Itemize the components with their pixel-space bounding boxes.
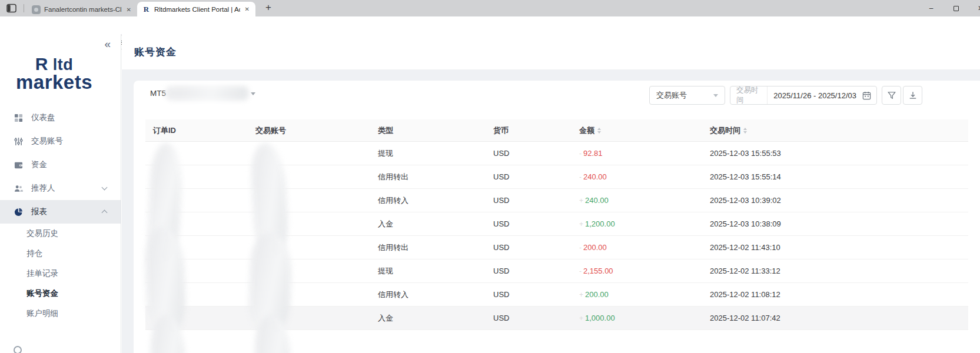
amount-cell: 200.00 <box>585 290 609 299</box>
download-button[interactable] <box>903 86 922 105</box>
currency-cell: USD <box>486 172 572 181</box>
type-cell: 信用转入 <box>370 195 486 206</box>
maximize-button[interactable] <box>944 0 968 16</box>
currency-cell: USD <box>486 267 572 275</box>
funnel-icon <box>888 91 896 99</box>
wallet-icon <box>14 161 23 169</box>
sidebar-item-trading-accounts[interactable]: 交易账号 <box>0 129 121 153</box>
submenu-item-trading-history[interactable]: 交易历史 <box>0 224 121 244</box>
amount-sign: - <box>579 244 582 252</box>
browser-tab-strip: Fanalertcontin markets-Client 登录 ✕ R Rlt… <box>0 0 980 16</box>
chevron-up-icon <box>102 210 108 216</box>
col-order-id: 订单ID <box>145 125 248 136</box>
type-cell: 入金 <box>370 219 486 229</box>
submenu-item-account-capital[interactable]: 账号资金 <box>0 284 121 304</box>
time-cell: 2025-12-02 11:08:12 <box>702 290 968 299</box>
redacted-account-name <box>165 86 249 101</box>
col-time-label: 交易时间 <box>710 125 740 136</box>
collapse-sidebar-icon[interactable]: « <box>104 38 111 51</box>
amount-sign: - <box>579 267 582 275</box>
amount-cell: 240.00 <box>585 196 609 205</box>
submenu-item-positions[interactable]: 持仓 <box>0 244 121 264</box>
type-cell: 提现 <box>370 266 486 277</box>
new-tab-button[interactable]: + <box>262 2 275 14</box>
type-cell: 信用转出 <box>370 242 486 253</box>
browser-tab-inactive[interactable]: Fanalertcontin markets-Client 登录 ✕ <box>27 2 137 16</box>
select-caret-icon <box>713 94 718 99</box>
type-cell: 信用转出 <box>370 172 486 182</box>
date-range-value[interactable]: 2025/11/26 - 2025/12/03 <box>768 91 862 100</box>
browser-tab-active[interactable]: R Rltdmarkets Client Portal | Account ✕ <box>137 2 255 16</box>
table-header-row: 订单ID 交易账号 类型 货币 金额 交易时间 <box>145 119 968 142</box>
page-title: 账号资金 <box>134 45 177 59</box>
amount-sign: + <box>579 220 583 228</box>
reports-submenu: 交易历史 持仓 挂单记录 账号资金 账户明细 <box>0 224 121 324</box>
date-range-picker[interactable]: 交易时间 2025/11/26 - 2025/12/03 <box>730 86 877 105</box>
report-card: MT5 交易账号 交易时间 2025/11/26 - 2025/12/03 订单… <box>134 81 980 353</box>
col-amount-sortable[interactable]: 金额 <box>572 125 702 136</box>
sidebar-item-funds[interactable]: 资金 <box>0 153 121 176</box>
sliders-icon <box>14 137 23 146</box>
submenu-label: 挂单记录 <box>26 268 58 279</box>
account-selector-caret-icon[interactable] <box>251 92 255 98</box>
submenu-item-account-details[interactable]: 账户明细 <box>0 304 121 324</box>
amount-sign: - <box>579 173 582 181</box>
address-bar: https://my.rltdmarkets.com/reports/accou… <box>0 16 980 35</box>
brand-logo: R ltd markets <box>0 54 108 94</box>
currency-cell: USD <box>486 219 572 228</box>
tab-separator <box>24 4 24 12</box>
col-amount-label: 金额 <box>579 125 594 136</box>
submenu-label: 账号资金 <box>26 288 58 299</box>
sidebar-item-reports[interactable]: 报表 <box>0 200 121 224</box>
col-type: 类型 <box>370 125 486 136</box>
download-icon <box>909 91 917 99</box>
amount-sign: - <box>579 149 582 158</box>
sidebar-item-dashboard[interactable]: 仪表盘 <box>0 106 121 129</box>
type-cell: 入金 <box>370 313 486 324</box>
sidebar-item-label: 资金 <box>31 159 47 170</box>
submenu-label: 持仓 <box>26 248 42 259</box>
time-cell: 2025-12-02 11:43:10 <box>702 243 968 252</box>
amount-cell: 1,000.00 <box>585 314 615 322</box>
sidebar-item-referrer[interactable]: 推荐人 <box>0 176 121 200</box>
users-icon <box>14 184 23 193</box>
submenu-label: 账户明细 <box>26 308 58 319</box>
time-cell: 2025-12-03 15:55:53 <box>702 149 968 158</box>
time-label: 交易时间 <box>730 86 768 104</box>
account-selector-label[interactable]: MT5 <box>150 89 166 98</box>
col-time-sortable[interactable]: 交易时间 <box>702 125 968 136</box>
amount-cell: 200.00 <box>583 243 607 252</box>
tab1-favicon <box>32 5 41 14</box>
currency-cell: USD <box>486 314 572 322</box>
amount-sign: + <box>579 314 583 322</box>
sidebar-item-label: 推荐人 <box>31 183 55 194</box>
currency-cell: USD <box>486 290 572 299</box>
submenu-item-pending-orders[interactable]: 挂单记录 <box>0 264 121 284</box>
calendar-icon[interactable] <box>862 91 871 100</box>
filter-button[interactable] <box>882 86 901 105</box>
close-window-button[interactable]: ✕ <box>968 0 980 16</box>
time-cell: 2025-12-03 15:55:14 <box>702 172 968 181</box>
restore-icon <box>954 6 959 11</box>
tab1-close-icon[interactable]: ✕ <box>125 6 132 13</box>
tab-actions-icon[interactable] <box>6 4 17 13</box>
sidebar: « R ltd markets 仪表盘 交易账号 资金 推荐人 报表 交易历史 <box>0 34 121 353</box>
sort-icons[interactable] <box>743 126 747 135</box>
tab1-title: Fanalertcontin markets-Client 登录 <box>44 5 122 14</box>
time-cell: 2025-12-03 10:38:09 <box>702 219 968 228</box>
sort-icons[interactable] <box>597 126 601 135</box>
col-currency: 货币 <box>486 125 572 136</box>
type-cell: 提现 <box>370 148 486 159</box>
time-cell: 2025-12-03 10:39:02 <box>702 196 968 205</box>
window-controls: – ✕ <box>919 0 980 16</box>
currency-cell: USD <box>486 196 572 205</box>
minimize-button[interactable]: – <box>919 0 944 16</box>
col-trading-account: 交易账号 <box>248 125 370 136</box>
account-filter-select[interactable]: 交易账号 <box>649 86 725 105</box>
account-filter-label: 交易账号 <box>656 90 687 101</box>
submenu-label: 交易历史 <box>26 228 58 239</box>
tab2-close-icon[interactable]: ✕ <box>244 6 251 12</box>
amount-cell: 1,200.00 <box>585 219 615 228</box>
content-area: MT5 交易账号 交易时间 2025/11/26 - 2025/12/03 订单… <box>122 69 980 353</box>
amount-sign: + <box>579 197 583 205</box>
